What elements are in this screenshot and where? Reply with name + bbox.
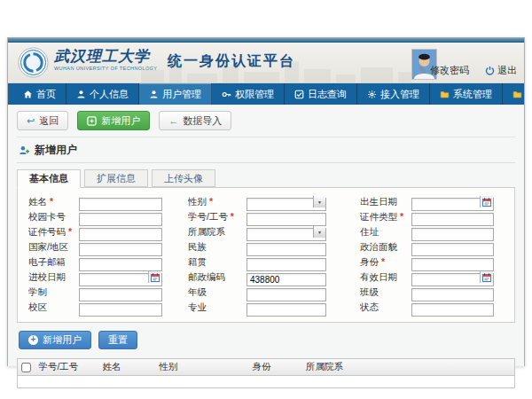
nav-item-label: 权限管理: [235, 88, 274, 101]
form-row: 电子邮箱 籍贯 身份 *: [25, 254, 514, 270]
calendar-icon[interactable]: [148, 271, 161, 283]
gender-label: 性别 *: [188, 196, 246, 208]
address-field[interactable]: [411, 228, 494, 241]
user-table: 学号/工号姓名性别身份所属院系操作: [17, 358, 515, 388]
native-place-field[interactable]: [246, 258, 326, 271]
class-label: 班级: [360, 286, 411, 299]
reset-button[interactable]: 重置: [98, 331, 137, 349]
department-label: 所属院系: [188, 226, 246, 239]
back-arrow-icon: ↩: [27, 116, 35, 126]
campus-card-label: 校园卡号: [28, 211, 79, 223]
column-header: 姓名: [98, 361, 155, 373]
content-area: ↩ 返回 新增用户 ← 数据导入 新增用户: [8, 105, 524, 366]
student-id-field[interactable]: [246, 213, 326, 226]
submit-add-user-button[interactable]: + 新增用户: [19, 331, 91, 349]
id-type-field[interactable]: [411, 213, 494, 226]
id-type-label: 证件类型 *: [360, 211, 411, 223]
political-status-field[interactable]: [411, 243, 494, 256]
campus-card-field[interactable]: [79, 213, 162, 226]
enroll-date-label: 进校日期: [28, 271, 79, 284]
id-number-field[interactable]: [79, 228, 162, 241]
logout-link[interactable]: 退出: [485, 64, 517, 77]
select-all-cell: [18, 363, 35, 372]
nav-item-label: 个人信息: [90, 88, 129, 101]
required-asterisk: *: [209, 196, 213, 207]
nav-item-label: 首页: [36, 88, 56, 101]
birth-date-label: 出生日期: [360, 196, 411, 208]
column-header: 学号/工号: [35, 361, 98, 373]
chevron-down-icon[interactable]: ▼: [313, 226, 325, 238]
grade-label: 年级: [188, 286, 246, 299]
nav-item-home[interactable]: 首页: [13, 83, 66, 105]
import-arrow-icon: ←: [168, 116, 178, 126]
campus-label: 校区: [28, 301, 79, 314]
nav-item-label: 订阅管理: [526, 88, 532, 101]
table-empty-row: [18, 376, 514, 387]
campus-control: [79, 301, 162, 314]
nav-item-system-management[interactable]: 系统管理: [430, 83, 503, 105]
back-button[interactable]: ↩ 返回: [17, 111, 68, 130]
form-row: 进校日期 邮政编码 有效日期: [25, 270, 514, 285]
key-icon: [222, 90, 231, 99]
status-control: [411, 301, 494, 314]
chevron-down-icon[interactable]: ▼: [313, 196, 325, 207]
calendar-icon[interactable]: [480, 271, 493, 283]
plus-circle-icon: +: [28, 335, 38, 345]
back-button-label: 返回: [39, 114, 59, 128]
class-field[interactable]: [411, 288, 494, 301]
address-label: 住址: [360, 226, 411, 239]
select-all-checkbox[interactable]: [21, 363, 31, 372]
email-field[interactable]: [79, 258, 162, 271]
grade-field[interactable]: [246, 288, 326, 301]
tab-upload-avatar[interactable]: 上传头像: [152, 169, 215, 187]
folder-icon: [512, 90, 522, 99]
change-password-link[interactable]: ✎ 修改密码: [419, 64, 469, 77]
add-person-icon: [19, 145, 30, 156]
name-field[interactable]: [79, 198, 162, 211]
column-header: 操作: [511, 361, 514, 373]
pencil-icon: ✎: [419, 65, 427, 76]
submit-add-user-label: 新增用户: [43, 333, 82, 347]
column-header: 所属院系: [302, 361, 511, 373]
nav-item-user-management[interactable]: 用户管理: [139, 83, 212, 105]
ethnicity-field[interactable]: [246, 243, 326, 256]
tab-extended-info[interactable]: 扩展信息: [84, 169, 148, 187]
nav-item-profile[interactable]: 个人信息: [66, 83, 139, 105]
required-asterisk: *: [231, 211, 234, 222]
form-row: 姓名 *性别 *▼出生日期: [25, 194, 514, 209]
political-status-label: 政治面貌: [360, 241, 411, 254]
action-buttons: + 新增用户 重置: [19, 331, 515, 349]
logout-label: 退出: [497, 64, 517, 77]
data-import-button[interactable]: ← 数据导入: [159, 111, 231, 130]
email-control: [79, 255, 162, 269]
schooling-length-control: [79, 286, 162, 299]
address-control: [411, 225, 494, 239]
calendar-icon[interactable]: [480, 196, 493, 207]
postal-code-field[interactable]: [246, 273, 326, 286]
form-panel: 姓名 *性别 *▼出生日期 校园卡号 学号/工号 *证件类型 *证件号码 *所属…: [17, 187, 515, 323]
required-asterisk: *: [68, 226, 72, 237]
form-row: 国家/地区 民族 政治面貌: [25, 239, 514, 254]
campus-field[interactable]: [79, 303, 162, 317]
folder-icon: [440, 90, 450, 99]
nav-item-access-management[interactable]: 接入管理: [357, 83, 430, 105]
schooling-length-field[interactable]: [79, 288, 162, 301]
nav-item-permission-management[interactable]: 权限管理: [212, 83, 285, 105]
nav-item-label: 系统管理: [453, 88, 492, 101]
nav-bar: 首页个人信息用户管理权限管理日志查询接入管理系统管理订阅管理: [8, 83, 524, 105]
nav-item-log-query[interactable]: 日志查询: [285, 83, 357, 105]
valid-date-control: [411, 270, 494, 284]
name-control: [79, 195, 162, 208]
status-field[interactable]: [411, 303, 494, 317]
country-region-field[interactable]: [79, 243, 162, 256]
nav-item-subscription-management[interactable]: 订阅管理: [503, 83, 532, 105]
identity-field[interactable]: [411, 258, 494, 271]
major-field[interactable]: [246, 303, 326, 317]
brand-block: 武汉理工大学 WUHAN UNIVERSITY OF TECHNOLOGY: [54, 49, 157, 72]
log-check-icon: [294, 90, 304, 99]
nav-item-label: 接入管理: [380, 88, 419, 101]
tab-basic-info[interactable]: 基本信息: [17, 169, 81, 188]
country-region-control: [79, 240, 162, 254]
add-user-toolbar-button[interactable]: 新增用户: [77, 111, 150, 130]
identity-control: [411, 255, 494, 269]
